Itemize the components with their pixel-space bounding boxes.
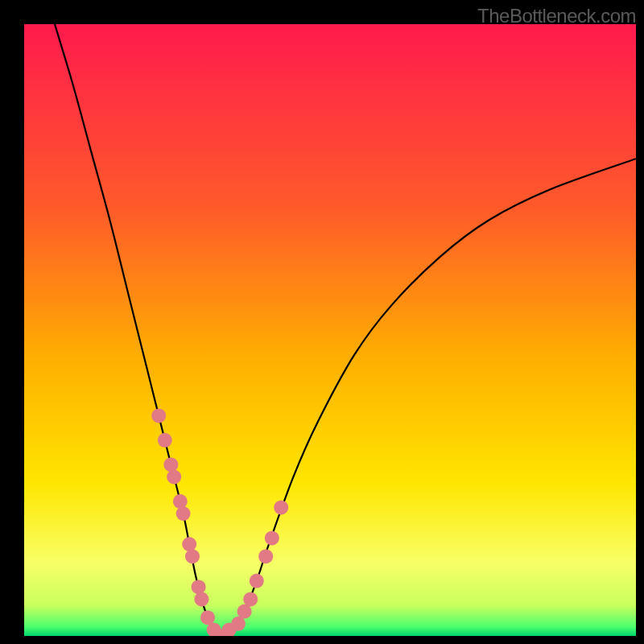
data-point	[173, 494, 188, 509]
data-point	[182, 537, 196, 551]
chart-svg	[24, 24, 636, 636]
data-point	[274, 500, 288, 514]
data-point	[265, 530, 279, 545]
data-point	[176, 506, 191, 521]
data-point	[243, 592, 258, 606]
data-point	[194, 592, 208, 606]
data-point	[192, 580, 206, 594]
watermark-text: TheBottleneck.com	[477, 5, 636, 27]
data-point	[158, 433, 172, 448]
data-point	[258, 549, 273, 564]
plot-area	[24, 24, 636, 636]
data-point	[151, 408, 166, 423]
data-point	[167, 469, 181, 484]
data-point	[250, 574, 264, 588]
data-point	[163, 457, 178, 472]
chart-container: TheBottleneck.com	[0, 0, 644, 644]
data-point	[185, 549, 200, 564]
gradient-background	[24, 24, 636, 636]
